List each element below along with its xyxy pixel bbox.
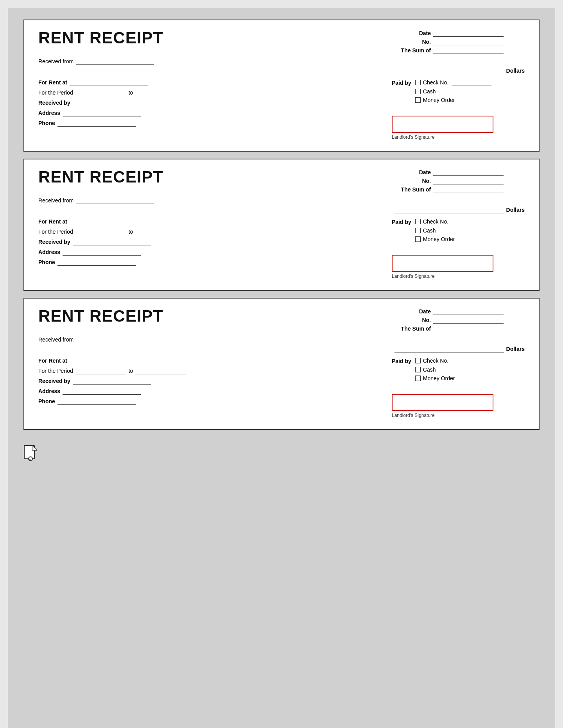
sum-row-1: The Sum of (400, 47, 525, 54)
received-from-field-1[interactable] (76, 58, 154, 65)
dollars-underline-3[interactable] (394, 345, 504, 352)
phone-label-1: Phone (38, 120, 55, 126)
signature-label-1: Landlord's Signature (392, 134, 525, 140)
cash-checkbox-3[interactable] (415, 367, 421, 372)
date-label-1: Date (400, 30, 431, 36)
for-rent-field-3[interactable] (70, 357, 148, 364)
phone-label-3: Phone (38, 398, 55, 404)
received-section-3: Received from Dollars (38, 336, 525, 352)
period-start-field-2[interactable] (75, 228, 126, 235)
payment-options-3: Check No. Cash Money Order (415, 357, 491, 381)
address-row-1: Address (38, 109, 384, 116)
address-field-1[interactable] (63, 109, 141, 116)
received-by-field-3[interactable] (73, 377, 151, 385)
check-checkbox-3[interactable] (415, 358, 421, 363)
signature-section-2: Landlord's Signature (392, 251, 525, 279)
for-rent-label-1: For Rent at (38, 79, 67, 86)
sum-field-1[interactable] (433, 47, 504, 54)
date-field-1[interactable] (433, 30, 504, 37)
check-no-field-3[interactable] (452, 357, 491, 364)
dollars-label-1: Dollars (506, 68, 525, 74)
money-order-checkbox-2[interactable] (415, 236, 421, 242)
receipt-header-2: RENT RECEIPT Date No. The Sum of (38, 169, 525, 193)
paid-by-row-1: Paid by Check No. Cash (392, 79, 525, 103)
cash-option-2: Cash (415, 227, 491, 234)
receipt-body-1: For Rent at For the Period to Received b… (38, 79, 525, 140)
no-field-3[interactable] (433, 317, 504, 324)
no-field-1[interactable] (433, 38, 504, 45)
money-order-checkbox-3[interactable] (415, 376, 421, 381)
receipt-title-1: RENT RECEIPT (38, 30, 163, 46)
receipt-card-3: RENT RECEIPT Date No. The Sum of Receive… (23, 298, 540, 430)
money-order-checkbox-1[interactable] (415, 97, 421, 103)
period-label-1: For the Period (38, 89, 73, 96)
no-label-1: No. (400, 39, 431, 45)
address-field-3[interactable] (63, 388, 141, 395)
received-by-field-2[interactable] (73, 238, 151, 245)
for-rent-field-2[interactable] (70, 218, 148, 225)
period-start-field-3[interactable] (75, 367, 126, 374)
cash-label-1: Cash (423, 88, 436, 95)
check-no-field-2[interactable] (452, 218, 491, 225)
svg-text:e: e (29, 458, 31, 461)
sum-field-2[interactable] (433, 186, 504, 193)
received-from-field-2[interactable] (76, 197, 154, 204)
address-row-2: Address (38, 249, 384, 256)
signature-label-2: Landlord's Signature (392, 274, 525, 279)
date-field-2[interactable] (433, 169, 504, 176)
receipt-body-3: For Rent at For the Period to Received b… (38, 357, 525, 418)
cash-checkbox-1[interactable] (415, 89, 421, 94)
receipt-card-1: RENT RECEIPT Date No. The Sum of Receive… (23, 20, 540, 152)
check-no-text-2: Check No. (423, 218, 448, 225)
received-by-row-1: Received by (38, 99, 384, 106)
no-field-2[interactable] (433, 177, 504, 184)
for-rent-label-3: For Rent at (38, 358, 67, 364)
dollars-underline-1[interactable] (394, 67, 504, 74)
period-start-field-1[interactable] (75, 89, 126, 96)
phone-field-3[interactable] (57, 398, 136, 405)
date-label-2: Date (400, 169, 431, 175)
check-checkbox-1[interactable] (415, 80, 421, 85)
phone-label-2: Phone (38, 259, 55, 265)
payment-options-2: Check No. Cash Money Order (415, 218, 491, 242)
check-option-1: Check No. (415, 79, 491, 86)
cash-checkbox-2[interactable] (415, 228, 421, 233)
right-section-1: Paid by Check No. Cash (392, 79, 525, 140)
period-end-field-1[interactable] (135, 89, 186, 96)
phone-field-2[interactable] (57, 259, 136, 266)
receipt-title-2: RENT RECEIPT (38, 169, 163, 185)
sum-label-2: The Sum of (400, 186, 431, 193)
paid-by-label-2: Paid by (392, 219, 411, 225)
received-by-field-1[interactable] (73, 99, 151, 106)
signature-box-1[interactable] (392, 116, 493, 133)
check-checkbox-2[interactable] (415, 219, 421, 224)
sum-row-3: The Sum of (400, 325, 525, 332)
sum-field-3[interactable] (433, 325, 504, 332)
left-section-2: For Rent at For the Period to Received b… (38, 218, 384, 266)
page-container: RENT RECEIPT Date No. The Sum of Receive… (8, 8, 555, 728)
paid-by-label-3: Paid by (392, 358, 411, 364)
signature-box-2[interactable] (392, 255, 493, 272)
dollars-underline-2[interactable] (394, 206, 504, 213)
phone-field-1[interactable] (57, 120, 136, 127)
period-label-2: For the Period (38, 229, 73, 235)
to-text-1: to (129, 89, 133, 96)
dollars-row-2: Dollars (38, 206, 525, 213)
money-order-option-1: Money Order (415, 97, 491, 103)
for-rent-field-1[interactable] (70, 79, 148, 86)
check-option-3: Check No. (415, 357, 491, 364)
date-field-3[interactable] (433, 308, 504, 315)
for-rent-row-3: For Rent at (38, 357, 384, 364)
address-field-2[interactable] (63, 249, 141, 256)
signature-box-3[interactable] (392, 394, 493, 411)
received-section-2: Received from Dollars (38, 197, 525, 213)
money-order-label-3: Money Order (423, 375, 455, 381)
period-end-field-3[interactable] (135, 367, 186, 374)
check-no-field-1[interactable] (452, 79, 491, 86)
received-from-field-3[interactable] (76, 336, 154, 343)
received-from-label-2: Received from (38, 197, 74, 204)
sum-row-2: The Sum of (400, 186, 525, 193)
period-end-field-2[interactable] (135, 228, 186, 235)
money-order-option-3: Money Order (415, 375, 491, 381)
signature-label-3: Landlord's Signature (392, 413, 525, 418)
